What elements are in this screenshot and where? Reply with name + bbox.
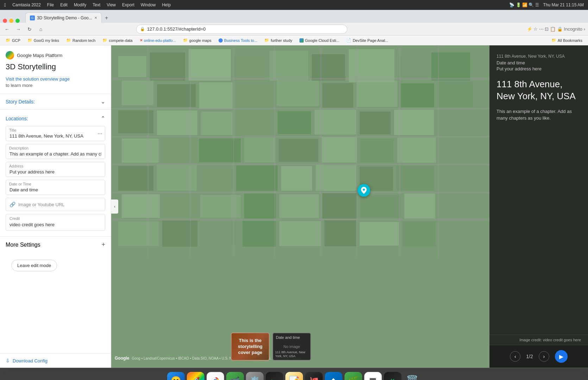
bookmark-icon: 📁 <box>102 38 107 43</box>
bookmark-goog-links[interactable]: 📁 GooG my links <box>25 37 62 44</box>
collapse-sidebar-button[interactable]: ‹ <box>111 200 118 214</box>
dock-wakatime[interactable]: W <box>384 372 402 380</box>
maximize-button[interactable] <box>15 19 20 23</box>
dock-green-app[interactable]: 🌿 <box>344 372 362 380</box>
minimize-button[interactable] <box>9 19 13 23</box>
credit-value: video credit goes here <box>10 222 55 227</box>
help-menu[interactable]: Help <box>162 2 171 7</box>
dock-chrome[interactable] <box>207 372 224 380</box>
forward-button[interactable]: → <box>14 25 23 33</box>
camtasia-menu[interactable]: Camtasia 2022 <box>12 2 41 7</box>
svg-rect-48 <box>322 193 357 218</box>
dock-system-prefs[interactable]: ⚙️ <box>246 372 264 380</box>
thumbnail-chapter[interactable]: Date and time No image 111 8th Avenue, N… <box>272 332 311 361</box>
svg-rect-43 <box>122 194 160 218</box>
back-button[interactable]: ← <box>3 25 11 33</box>
info-panel: 111 8th Avenue, New York, NY, USA Date a… <box>489 45 588 368</box>
home-button[interactable]: ⌂ <box>37 25 45 33</box>
svg-rect-47 <box>279 194 319 218</box>
next-chapter-button[interactable]: › <box>539 351 549 362</box>
download-icon: ⇩ <box>6 358 10 363</box>
dock-qr[interactable]: ▦ <box>364 372 382 380</box>
active-tab[interactable]: G 3D Storytelling Demo - Goo... ✕ <box>25 12 102 23</box>
visit-overview-link[interactable]: Visit the solution overview page <box>6 76 70 82</box>
leave-edit-button[interactable]: Leave edit mode <box>11 260 57 271</box>
dock-vs-code[interactable]: ◆ <box>325 372 342 380</box>
to-learn-text: to learn more <box>6 83 105 88</box>
link-icon: 🔗 <box>10 202 15 207</box>
prev-chapter-button[interactable]: ‹ <box>510 351 520 362</box>
dock-github[interactable]: 🐙 <box>305 372 323 380</box>
thumb-chapter-label: Date and time <box>276 335 300 340</box>
svg-rect-44 <box>163 193 197 218</box>
info-credit: Image credit: video credit goes here <box>489 335 588 345</box>
map-area[interactable]: ‹ Google Goog • Landsat/Copernicus • IBC… <box>111 45 588 368</box>
svg-rect-51 <box>118 221 159 246</box>
thumbnail-cover[interactable]: This is the storytelling cover page <box>231 332 270 361</box>
url-field[interactable]: 🔗 Image or Youtube URL <box>6 198 105 211</box>
launchpad-icon: 🚀 <box>191 376 200 380</box>
bookmark-all[interactable]: 📁 All Bookmarks <box>549 37 585 44</box>
export-menu[interactable]: Export <box>122 2 134 7</box>
play-button[interactable]: ▶ <box>555 350 568 363</box>
title-options-icon[interactable]: ⋯ <box>97 131 102 137</box>
info-address: Put your address here <box>497 66 581 71</box>
story-details-chevron: ⌄ <box>101 98 105 105</box>
google-logo-text: Google <box>115 356 129 361</box>
view-menu[interactable]: View <box>107 2 116 7</box>
svg-rect-23 <box>278 111 311 134</box>
dock-trash[interactable]: 🗑️ <box>404 372 421 380</box>
thumb-no-image: No image <box>283 344 300 349</box>
locations-title[interactable]: Locations: ⌃ <box>6 115 105 122</box>
close-button[interactable] <box>3 19 7 23</box>
svg-rect-30 <box>244 138 275 163</box>
story-details-section[interactable]: Story Details: ⌄ <box>0 94 111 109</box>
svg-rect-20 <box>157 110 197 135</box>
dock-notes[interactable]: 📝 <box>285 372 303 380</box>
dock-terminal[interactable]: >_ <box>266 372 283 380</box>
file-menu[interactable]: File <box>47 2 54 7</box>
trash-icon: 🗑️ <box>406 375 418 380</box>
title-input[interactable] <box>6 126 105 141</box>
window-menu[interactable]: Window <box>141 2 156 7</box>
svg-rect-29 <box>199 139 241 162</box>
svg-rect-42 <box>397 165 435 191</box>
credit-field: Credit video credit goes here <box>6 214 105 231</box>
bookmarks-bar: 📁 GCP 📁 GooG my links 📁 Random tech 📁 co… <box>0 36 588 45</box>
bookmark-business-tools[interactable]: Business Tools to... <box>216 37 260 44</box>
bookmark-further-study[interactable]: 📁 further study <box>261 37 295 44</box>
dock-launchpad[interactable]: 🚀 <box>187 372 204 380</box>
text-menu[interactable]: Text <box>93 2 100 7</box>
bookmark-devsite[interactable]: 📄 DevSite Page Anal... <box>343 37 391 44</box>
map-pin[interactable] <box>358 184 370 197</box>
more-settings-label: More Settings <box>6 242 40 248</box>
svg-rect-17 <box>401 83 434 107</box>
description-field: Description <box>6 144 105 159</box>
bookmark-online-edu[interactable]: ✕ online-edu-platfo... <box>137 37 179 44</box>
info-nav: ‹ 1/2 › ▶ <box>489 345 588 368</box>
dock-finder[interactable]: 😊 <box>167 372 185 380</box>
bookmark-gcloud-esti[interactable]: Google Cloud Esti... <box>297 37 342 44</box>
info-panel-top: 111 8th Avenue, New York, NY, USA Date a… <box>489 45 588 335</box>
svg-rect-22 <box>236 110 274 135</box>
bookmark-gcp[interactable]: 📁 GCP <box>3 37 23 44</box>
dock-facetime[interactable]: 📹 <box>226 372 244 380</box>
bookmark-icon: 📁 <box>6 38 11 43</box>
more-settings-section[interactable]: More Settings + <box>0 236 111 253</box>
bookmark-google-maps[interactable]: 📁 google maps <box>180 37 214 44</box>
modify-menu[interactable]: Modify <box>74 2 86 7</box>
download-config-button[interactable]: ⇩ Download Config <box>0 353 111 368</box>
svg-rect-31 <box>279 139 318 162</box>
svg-rect-32 <box>322 137 357 163</box>
new-tab-button[interactable]: + <box>102 13 112 23</box>
tab-title: 3D Storytelling Demo - Goo... <box>37 15 92 20</box>
svg-rect-39 <box>281 166 312 191</box>
gmp-logo: Google Maps Platform <box>6 51 105 59</box>
tab-close-icon[interactable]: ✕ <box>94 16 97 20</box>
bookmark-random-tech[interactable]: 📁 Random tech <box>63 37 98 44</box>
url-bar[interactable]: 🔒 127.0.0.1:5527/#chapterId=0 <box>136 25 347 34</box>
reload-button[interactable]: ↻ <box>25 25 34 33</box>
apple-menu[interactable]:  <box>4 2 6 8</box>
bookmark-compete-data[interactable]: 📁 compete-data <box>100 37 135 44</box>
edit-menu[interactable]: Edit <box>60 2 68 7</box>
